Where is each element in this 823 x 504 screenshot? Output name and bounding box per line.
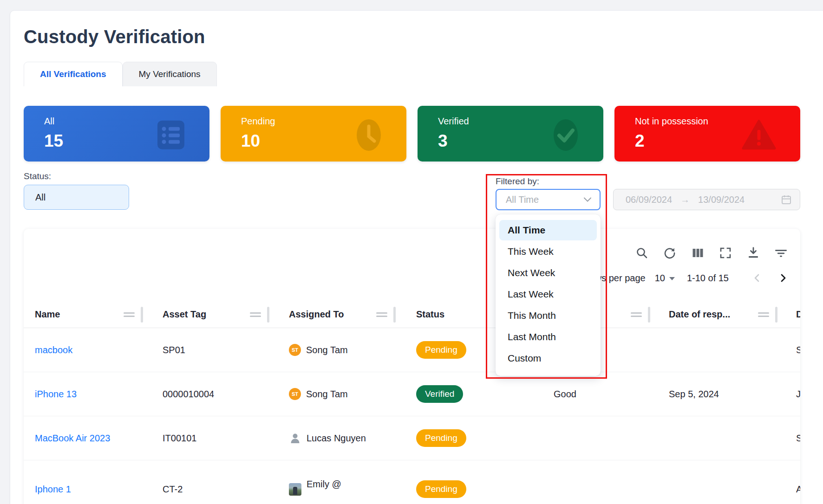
drag-handle-icon[interactable] xyxy=(250,312,261,317)
asset-tag-value: SP01 xyxy=(163,345,185,355)
asset-tag-value: CT-2 xyxy=(163,484,183,495)
arrow-right-icon: → xyxy=(680,194,690,205)
dropdown-option-last-week[interactable]: Last Week xyxy=(499,284,597,304)
avatar-photo xyxy=(289,483,301,496)
dropdown-option-next-week[interactable]: Next Week xyxy=(499,263,597,283)
dropdown-option-last-month[interactable]: Last Month xyxy=(499,327,597,347)
drag-handle-icon[interactable] xyxy=(124,312,135,317)
dropdown-option-all-time[interactable]: All Time xyxy=(499,220,597,240)
page-size-select[interactable]: 10 xyxy=(655,273,675,284)
person-icon xyxy=(289,432,301,445)
list-icon xyxy=(157,120,185,150)
caret-down-icon xyxy=(669,277,675,280)
status-filter-label: Status: xyxy=(24,171,51,181)
condition-value: Good xyxy=(554,389,576,400)
custody-verification-page: Custody Verification All Verifications M… xyxy=(0,0,823,504)
tab-bar: All Verifications My Verifications xyxy=(24,62,217,86)
clipped-cell-value: J xyxy=(796,389,800,400)
clipped-cell-value: S xyxy=(796,433,800,444)
filtered-by-select[interactable]: All Time xyxy=(496,189,601,210)
date-range-start: 06/09/2024 xyxy=(626,194,672,205)
assignee-cell: Lucas Nguyen xyxy=(289,432,366,445)
filtered-by-value: All Time xyxy=(506,194,539,205)
column-header-clipped[interactable]: D xyxy=(777,301,800,328)
assignee-cell: ST Song Tam xyxy=(289,388,348,400)
status-filter-value: All xyxy=(35,192,46,203)
date-of-response-value: Sep 5, 2024 xyxy=(669,389,719,400)
status-badge: Pending xyxy=(416,341,466,359)
asset-name-link[interactable]: iPhone 13 xyxy=(35,389,77,400)
column-header-name[interactable]: Name xyxy=(24,301,143,328)
next-page-button[interactable] xyxy=(779,274,787,282)
download-icon[interactable] xyxy=(747,247,759,259)
table-toolbar xyxy=(24,229,800,263)
fullscreen-icon[interactable] xyxy=(719,247,732,259)
asset-tag-value: IT00101 xyxy=(163,433,196,444)
table-pagination: Rows per page 10 1-10 of 15 xyxy=(24,263,800,293)
assignee-name-wrap xyxy=(307,490,341,500)
stat-card-verified[interactable]: Verified 3 xyxy=(418,106,603,162)
drag-handle-icon[interactable] xyxy=(631,312,642,317)
filter-icon[interactable] xyxy=(775,247,787,259)
columns-icon[interactable] xyxy=(691,247,704,259)
tab-all-verifications[interactable]: All Verifications xyxy=(24,62,123,86)
asset-tag-value: 0000010004 xyxy=(163,389,214,400)
check-circle-icon xyxy=(552,118,579,152)
date-range-end: 13/09/2024 xyxy=(698,194,745,205)
dropdown-option-this-month[interactable]: This Month xyxy=(499,305,597,326)
table-row[interactable]: Iphone 1 CT-2 Emily @ Pending A xyxy=(24,460,800,504)
column-header-assigned-to[interactable]: Assigned To xyxy=(269,301,396,328)
page-title: Custody Verification xyxy=(24,26,205,47)
calendar-icon xyxy=(781,194,791,205)
column-header-date-of-response[interactable]: Date of resp... xyxy=(650,301,777,328)
table-header-row: Name Asset Tag Assigned To Status Date o… xyxy=(24,301,800,328)
drag-handle-icon[interactable] xyxy=(376,312,387,317)
tab-all-verifications-label: All Verifications xyxy=(40,69,106,79)
assignee-name: Emily @ xyxy=(307,478,341,490)
assignee-name: Song Tam xyxy=(306,345,348,355)
tab-my-verifications[interactable]: My Verifications xyxy=(123,62,217,86)
stat-card-not-in-possession[interactable]: Not in possession 2 xyxy=(614,106,800,162)
assignee-cell: ST Song Tam xyxy=(289,344,348,356)
column-header-asset-tag[interactable]: Asset Tag xyxy=(143,301,269,328)
page-size-value: 10 xyxy=(655,273,665,284)
table-row[interactable]: macbook SP01 ST Song Tam Pending S xyxy=(24,328,800,372)
status-badge: Pending xyxy=(416,429,466,447)
status-badge: Verified xyxy=(416,385,463,403)
refresh-icon[interactable] xyxy=(663,247,676,259)
tab-my-verifications-label: My Verifications xyxy=(139,69,201,79)
drag-handle-icon[interactable] xyxy=(758,312,769,317)
dropdown-option-this-week[interactable]: This Week xyxy=(499,241,597,262)
table-row[interactable]: MacBook Air 2023 IT00101 Lucas Nguyen Pe… xyxy=(24,416,800,460)
chevron-down-icon xyxy=(584,197,591,202)
clipped-cell-value: A xyxy=(796,484,800,495)
clipped-cell-value: S xyxy=(796,345,800,355)
avatar-initials: ST xyxy=(289,344,301,356)
assignee-cell: Emily @ xyxy=(289,478,341,500)
dropdown-option-custom[interactable]: Custom xyxy=(499,348,597,368)
stat-cards: All 15 Pending 10 Verified 3 xyxy=(24,106,800,162)
clock-icon xyxy=(355,118,382,152)
pagination-range: 1-10 of 15 xyxy=(687,273,729,284)
assignee-name: Lucas Nguyen xyxy=(307,433,366,444)
search-icon[interactable] xyxy=(635,247,648,259)
asset-name-link[interactable]: Iphone 1 xyxy=(35,484,71,495)
asset-name-link[interactable]: MacBook Air 2023 xyxy=(35,433,110,444)
warning-triangle-icon xyxy=(742,120,776,150)
avatar-initials: ST xyxy=(289,388,301,400)
filtered-by-label: Filtered by: xyxy=(496,176,539,187)
date-range-picker[interactable]: 06/09/2024 → 13/09/2024 xyxy=(613,189,800,210)
filtered-by-dropdown-menu: All Time This Week Next Week Last Week T… xyxy=(496,214,601,376)
asset-name-link[interactable]: macbook xyxy=(35,345,72,355)
status-filter-select[interactable]: All xyxy=(24,185,129,210)
stat-card-pending[interactable]: Pending 10 xyxy=(221,106,406,162)
status-badge: Pending xyxy=(416,480,466,498)
verifications-table-card: Rows per page 10 1-10 of 15 Name Asset T… xyxy=(24,229,800,504)
table-row[interactable]: iPhone 13 0000010004 ST Song Tam Verifie… xyxy=(24,372,800,416)
assignee-name: Song Tam xyxy=(306,389,348,400)
previous-page-button[interactable] xyxy=(753,274,761,282)
stat-card-all[interactable]: All 15 xyxy=(24,106,209,162)
